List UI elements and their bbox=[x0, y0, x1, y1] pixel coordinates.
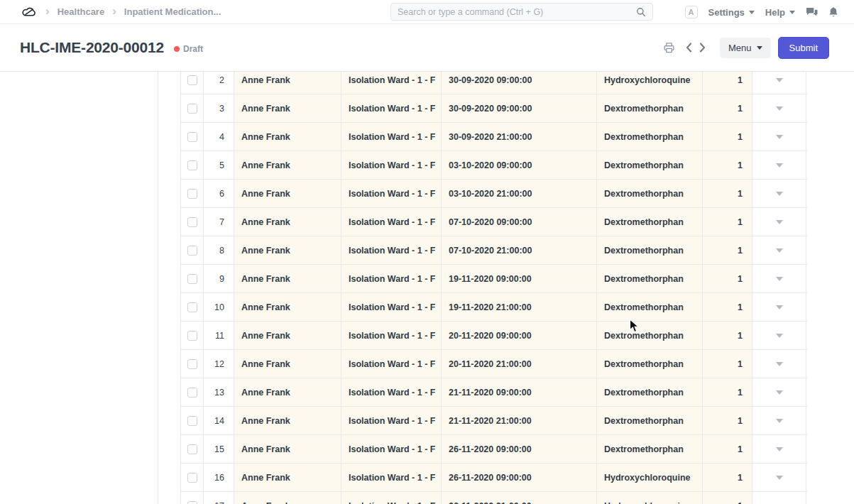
row-checkbox[interactable] bbox=[187, 104, 197, 114]
datetime-cell[interactable]: 30-09-2020 09:00:00 bbox=[442, 72, 597, 94]
patient-cell[interactable]: Anne Frank bbox=[234, 407, 341, 434]
drug-cell[interactable]: Hydroxychloroquine bbox=[597, 492, 703, 504]
dosage-cell[interactable]: 1 bbox=[703, 293, 752, 321]
row-expand-cell[interactable] bbox=[752, 208, 806, 236]
row-checkbox[interactable] bbox=[187, 274, 197, 284]
notifications-bell-icon[interactable] bbox=[828, 6, 838, 18]
erpnext-logo-icon[interactable] bbox=[21, 4, 38, 20]
drug-cell[interactable]: Dextromethorphan bbox=[597, 293, 703, 321]
row-expand-cell[interactable] bbox=[752, 293, 806, 321]
drug-cell[interactable]: Hydroxychloroquine bbox=[597, 464, 703, 491]
dosage-cell[interactable]: 1 bbox=[703, 151, 752, 179]
ward-cell[interactable]: Isolation Ward - 1 - F bbox=[341, 123, 442, 150]
row-checkbox[interactable] bbox=[187, 189, 197, 199]
datetime-cell[interactable]: 21-11-2020 09:00:00 bbox=[442, 378, 597, 406]
ward-cell[interactable]: Isolation Ward - 1 - F bbox=[341, 350, 442, 378]
row-expand-cell[interactable] bbox=[752, 72, 806, 94]
row-checkbox[interactable] bbox=[187, 302, 197, 312]
row-checkbox[interactable] bbox=[187, 416, 197, 426]
row-expand-cell[interactable] bbox=[752, 265, 806, 292]
row-expand-cell[interactable] bbox=[752, 464, 806, 491]
dosage-cell[interactable]: 1 bbox=[703, 378, 752, 406]
drug-cell[interactable]: Dextromethorphan bbox=[597, 180, 703, 207]
menu-button[interactable]: Menu bbox=[720, 38, 771, 58]
patient-cell[interactable]: Anne Frank bbox=[234, 208, 341, 236]
datetime-cell[interactable]: 26-11-2020 09:00:00 bbox=[442, 435, 597, 463]
row-index[interactable]: 17 bbox=[204, 492, 234, 504]
datetime-cell[interactable]: 30-09-2020 21:00:00 bbox=[442, 123, 597, 150]
dosage-cell[interactable]: 1 bbox=[703, 350, 752, 378]
global-search[interactable] bbox=[390, 3, 653, 21]
patient-cell[interactable]: Anne Frank bbox=[234, 72, 341, 94]
row-expand-cell[interactable] bbox=[752, 123, 806, 150]
ward-cell[interactable]: Isolation Ward - 1 - F bbox=[341, 72, 442, 94]
patient-cell[interactable]: Anne Frank bbox=[234, 94, 341, 122]
dosage-cell[interactable]: 1 bbox=[703, 72, 752, 94]
drug-cell[interactable]: Dextromethorphan bbox=[597, 407, 703, 434]
dosage-cell[interactable]: 1 bbox=[703, 208, 752, 236]
ward-cell[interactable]: Isolation Ward - 1 - F bbox=[341, 208, 442, 236]
drug-cell[interactable]: Dextromethorphan bbox=[597, 208, 703, 236]
row-expand-cell[interactable] bbox=[752, 492, 806, 504]
row-index[interactable]: 8 bbox=[204, 236, 234, 264]
row-checkbox[interactable] bbox=[187, 217, 197, 227]
ward-cell[interactable]: Isolation Ward - 1 - F bbox=[341, 435, 442, 463]
dosage-cell[interactable]: 1 bbox=[703, 236, 752, 264]
row-index[interactable]: 16 bbox=[204, 464, 234, 491]
chat-icon[interactable] bbox=[806, 7, 818, 18]
patient-cell[interactable]: Anne Frank bbox=[234, 293, 341, 321]
datetime-cell[interactable]: 20-11-2020 09:00:00 bbox=[442, 322, 597, 349]
row-index[interactable]: 5 bbox=[204, 151, 234, 179]
patient-cell[interactable]: Anne Frank bbox=[234, 236, 341, 264]
row-expand-cell[interactable] bbox=[752, 378, 806, 406]
row-index[interactable]: 14 bbox=[204, 407, 234, 434]
datetime-cell[interactable]: 20-11-2020 21:00:00 bbox=[442, 350, 597, 378]
ward-cell[interactable]: Isolation Ward - 1 - F bbox=[341, 322, 442, 349]
row-expand-cell[interactable] bbox=[752, 180, 806, 207]
datetime-cell[interactable]: 26-11-2020 09:00:00 bbox=[442, 464, 597, 491]
datetime-cell[interactable]: 21-11-2020 21:00:00 bbox=[442, 407, 597, 434]
ward-cell[interactable]: Isolation Ward - 1 - F bbox=[341, 94, 442, 122]
datetime-cell[interactable]: 19-11-2020 21:00:00 bbox=[442, 293, 597, 321]
dosage-cell[interactable]: 1 bbox=[703, 322, 752, 349]
row-expand-cell[interactable] bbox=[752, 151, 806, 179]
drug-cell[interactable]: Dextromethorphan bbox=[597, 378, 703, 406]
datetime-cell[interactable]: 26-11-2020 21:00:00 bbox=[442, 492, 597, 504]
next-document-button[interactable] bbox=[698, 41, 707, 54]
help-menu[interactable]: Help bbox=[765, 7, 795, 18]
drug-cell[interactable]: Dextromethorphan bbox=[597, 350, 703, 378]
row-checkbox[interactable] bbox=[187, 501, 197, 504]
row-checkbox[interactable] bbox=[187, 359, 197, 369]
patient-cell[interactable]: Anne Frank bbox=[234, 180, 341, 207]
drug-cell[interactable]: Dextromethorphan bbox=[597, 265, 703, 292]
breadcrumb-healthcare[interactable]: Healthcare bbox=[58, 6, 104, 17]
row-checkbox[interactable] bbox=[187, 75, 197, 85]
breadcrumb-inpatient-medication[interactable]: Inpatient Medication... bbox=[124, 6, 221, 17]
settings-menu[interactable]: Settings bbox=[708, 7, 755, 18]
drug-cell[interactable]: Dextromethorphan bbox=[597, 94, 703, 122]
ward-cell[interactable]: Isolation Ward - 1 - F bbox=[341, 265, 442, 292]
search-input[interactable] bbox=[398, 7, 636, 17]
row-checkbox[interactable] bbox=[187, 132, 197, 142]
row-index[interactable]: 13 bbox=[204, 378, 234, 406]
submit-button[interactable]: Submit bbox=[778, 37, 829, 59]
row-checkbox[interactable] bbox=[187, 246, 197, 256]
drug-cell[interactable]: Dextromethorphan bbox=[597, 151, 703, 179]
dosage-cell[interactable]: 1 bbox=[703, 492, 752, 504]
row-index[interactable]: 3 bbox=[204, 94, 234, 122]
row-index[interactable]: 12 bbox=[204, 350, 234, 378]
datetime-cell[interactable]: 30-09-2020 09:00:00 bbox=[442, 94, 597, 122]
ward-cell[interactable]: Isolation Ward - 1 - F bbox=[341, 180, 442, 207]
ward-cell[interactable]: Isolation Ward - 1 - F bbox=[341, 151, 442, 179]
dosage-cell[interactable]: 1 bbox=[703, 180, 752, 207]
ward-cell[interactable]: Isolation Ward - 1 - F bbox=[341, 407, 442, 434]
row-checkbox[interactable] bbox=[187, 331, 197, 341]
ward-cell[interactable]: Isolation Ward - 1 - F bbox=[341, 492, 442, 504]
row-index[interactable]: 7 bbox=[204, 208, 234, 236]
datetime-cell[interactable]: 03-10-2020 09:00:00 bbox=[442, 151, 597, 179]
row-checkbox[interactable] bbox=[187, 444, 197, 454]
row-expand-cell[interactable] bbox=[752, 94, 806, 122]
patient-cell[interactable]: Anne Frank bbox=[234, 322, 341, 349]
user-avatar[interactable]: A bbox=[685, 6, 698, 18]
row-index[interactable]: 11 bbox=[204, 322, 234, 349]
